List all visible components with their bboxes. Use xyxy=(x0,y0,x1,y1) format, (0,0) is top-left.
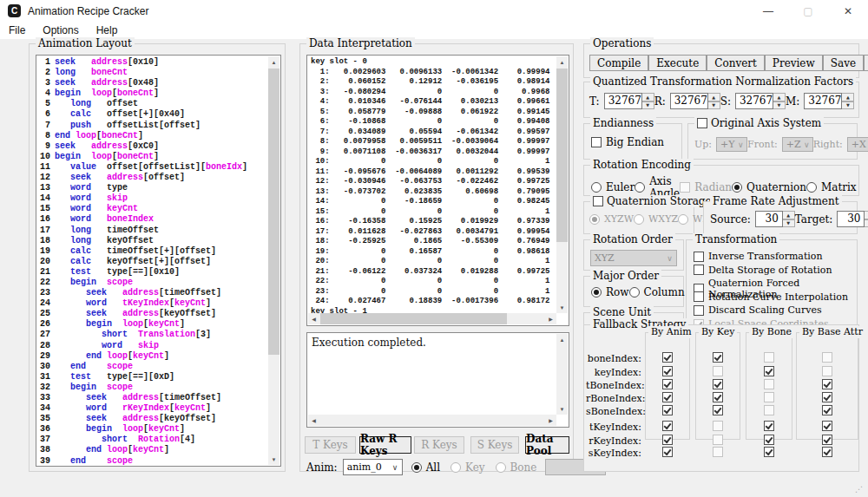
scroll-up-icon[interactable]: ▲ xyxy=(556,56,568,68)
convert-button[interactable]: Convert xyxy=(707,55,765,71)
scroll-up-icon[interactable]: ▲ xyxy=(556,334,568,345)
spin-down-icon[interactable]: ▼ xyxy=(708,101,720,110)
scroll-right-icon[interactable]: ▶ xyxy=(545,313,556,324)
fallback-boneindex-by-key-checkbox[interactable] xyxy=(713,352,723,363)
factor-r-spinner[interactable]: 32767▲▼ xyxy=(670,93,720,109)
scrollbar-thumb[interactable] xyxy=(556,69,568,242)
compile-button[interactable]: Compile xyxy=(589,55,648,71)
order-row[interactable]: Row xyxy=(591,286,629,298)
rate-source-spinner[interactable]: 30▲▼ xyxy=(755,211,795,227)
fallback-rboneindex-by-anim-checkbox[interactable] xyxy=(662,392,673,402)
rotation-curve-interpolation-checkbox[interactable]: Rotation Curve Interpolation xyxy=(694,291,848,303)
spin-up-icon[interactable]: ▲ xyxy=(642,93,654,101)
script-vertical-scrollbar[interactable]: ▲ ▼ xyxy=(268,56,279,465)
spin-value[interactable]: 30 xyxy=(755,211,783,227)
maximize-button[interactable]: ▢ xyxy=(788,0,828,22)
fallback-tkeyindex-by-bone-checkbox[interactable] xyxy=(764,421,774,431)
close-button[interactable]: ✕ xyxy=(828,0,868,22)
checkbox[interactable] xyxy=(694,305,704,316)
spin-down-icon[interactable]: ▼ xyxy=(773,101,786,110)
checkbox[interactable] xyxy=(694,265,704,275)
scroll-down-icon[interactable]: ▼ xyxy=(556,403,568,415)
data-horizontal-scrollbar[interactable]: ◀ ▶ xyxy=(308,313,556,324)
encoding-matrix[interactable]: Matrix xyxy=(806,181,857,193)
spin-value[interactable]: 32767 xyxy=(804,93,842,109)
factor-t-spinner[interactable]: 32767▲▼ xyxy=(604,93,654,109)
rate-target-spinner[interactable]: 30▲▼ xyxy=(837,211,868,227)
factor-s-spinner[interactable]: 32767▲▼ xyxy=(735,93,786,109)
fallback-tkeyindex-by-base-attr-checkbox[interactable] xyxy=(822,421,832,431)
fallback-sboneindex-by-anim-checkbox[interactable] xyxy=(662,405,673,415)
fallback-skeyindex-by-anim-checkbox[interactable] xyxy=(662,447,673,457)
fallback-tkeyindex-by-anim-checkbox[interactable] xyxy=(662,421,673,431)
scroll-left-icon[interactable]: ◀ xyxy=(308,313,319,324)
spin-buttons[interactable]: ▲▼ xyxy=(642,93,654,109)
checkbox[interactable] xyxy=(591,137,602,147)
raw-r-keys-button[interactable]: Raw R Keys xyxy=(359,436,411,454)
spin-value[interactable]: 30 xyxy=(837,211,865,227)
fallback-boneindex-by-anim-checkbox[interactable] xyxy=(662,352,673,363)
fallback-rkeyindex-by-anim-checkbox[interactable] xyxy=(662,435,673,445)
spin-down-icon[interactable]: ▼ xyxy=(865,219,868,228)
fallback-rboneindex-by-key-checkbox[interactable] xyxy=(713,392,723,402)
scroll-down-icon[interactable]: ▼ xyxy=(556,302,568,313)
order-column[interactable]: Column xyxy=(629,286,685,298)
fallback-skeyindex-by-bone-checkbox[interactable] xyxy=(764,447,774,457)
spin-value[interactable]: 32767 xyxy=(604,93,642,109)
spin-up-icon[interactable]: ▲ xyxy=(842,93,854,101)
encoding-quaternion[interactable]: Quaternion xyxy=(732,181,806,193)
big-endian-checkbox[interactable]: Big Endian xyxy=(591,136,664,148)
scroll-down-icon[interactable]: ▼ xyxy=(268,454,279,465)
spin-down-icon[interactable]: ▼ xyxy=(783,219,795,228)
data-vertical-scrollbar[interactable]: ▲ ▼ xyxy=(556,56,568,313)
scrollbar-thumb[interactable] xyxy=(268,69,279,355)
preview-button[interactable]: Preview xyxy=(765,55,823,71)
quaternion-storage-checkbox[interactable] xyxy=(593,196,603,206)
radio-button[interactable] xyxy=(591,182,602,193)
spin-buttons[interactable]: ▲▼ xyxy=(842,93,854,109)
fallback-sboneindex-by-base-attr-checkbox[interactable] xyxy=(822,405,832,415)
checkbox[interactable] xyxy=(694,291,704,302)
menu-help[interactable]: Help xyxy=(88,24,127,36)
discard-scaling-curves-checkbox[interactable]: Discard Scaling Curves xyxy=(694,304,822,316)
spin-buttons[interactable]: ▲▼ xyxy=(783,211,795,227)
delta-storage-of-rotation-checkbox[interactable]: Delta Storage of Rotation xyxy=(694,265,832,276)
resize-grip-icon[interactable]: ⋰ xyxy=(855,484,865,494)
fallback-tboneindex-by-key-checkbox[interactable] xyxy=(713,379,723,389)
fallback-rboneindex-by-base-attr-checkbox[interactable] xyxy=(822,392,832,402)
spin-up-icon[interactable]: ▲ xyxy=(865,211,868,219)
data-output[interactable]: key slot - 0 1: 0.0029603 0.0096133 -0.0… xyxy=(306,55,569,326)
scrollbar-thumb[interactable] xyxy=(320,313,507,324)
reset-button[interactable]: Reset xyxy=(864,55,868,71)
fallback-tboneindex-by-anim-checkbox[interactable] xyxy=(662,379,673,389)
fallback-skeyindex-by-base-attr-checkbox[interactable] xyxy=(822,447,832,457)
scroll-left-icon[interactable]: ◀ xyxy=(308,415,319,426)
radio-button[interactable] xyxy=(806,182,817,193)
fallback-rkeyindex-by-bone-checkbox[interactable] xyxy=(764,435,774,445)
data-pool-button[interactable]: Data Pool xyxy=(525,436,569,454)
anim-scope-all[interactable]: All xyxy=(411,461,440,474)
spin-value[interactable]: 32767 xyxy=(735,93,773,109)
fallback-sboneindex-by-key-checkbox[interactable] xyxy=(713,405,723,415)
scroll-up-icon[interactable]: ▲ xyxy=(268,56,279,68)
log-output[interactable]: Execution completed. ▲ ▼ ◀ ▶ xyxy=(306,332,569,428)
radio-button[interactable] xyxy=(629,287,640,298)
spin-buttons[interactable]: ▲▼ xyxy=(865,211,868,227)
axis-system-checkbox[interactable] xyxy=(697,118,707,128)
execute-button[interactable]: Execute xyxy=(648,55,707,71)
fallback-rkeyindex-by-base-attr-checkbox[interactable] xyxy=(822,435,832,445)
inverse-transformation-checkbox[interactable]: Inverse Transformation xyxy=(694,251,823,262)
scroll-right-icon[interactable]: ▶ xyxy=(545,415,556,426)
log-horizontal-scrollbar[interactable]: ◀ ▶ xyxy=(308,415,556,426)
spin-down-icon[interactable]: ▼ xyxy=(642,101,654,110)
fallback-keyindex-by-anim-checkbox[interactable] xyxy=(662,366,673,376)
log-vertical-scrollbar[interactable]: ▲ ▼ xyxy=(556,334,568,415)
anim-select[interactable]: anim_0 ∨ xyxy=(343,459,403,475)
menu-file[interactable]: File xyxy=(0,24,34,36)
encoding-euler[interactable]: Euler xyxy=(591,181,635,193)
radio-button[interactable] xyxy=(635,182,645,193)
spin-buttons[interactable]: ▲▼ xyxy=(708,93,720,109)
spin-up-icon[interactable]: ▲ xyxy=(773,93,786,101)
spin-up-icon[interactable]: ▲ xyxy=(783,211,795,219)
save-button[interactable]: Save xyxy=(823,55,864,71)
